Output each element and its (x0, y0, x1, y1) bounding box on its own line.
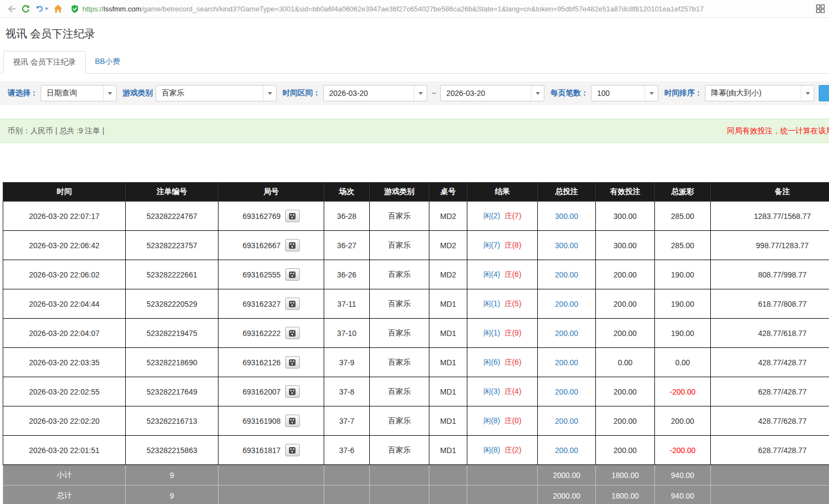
total-bet-link[interactable]: 300.00 (555, 241, 579, 250)
payout-value: 0.00 (675, 358, 690, 367)
tab-bb-tips[interactable]: BB小费 (86, 51, 130, 73)
round-replay-button[interactable] (285, 385, 300, 398)
total-bet-link[interactable]: 200.00 (555, 446, 579, 455)
table-row: 2026-03-20 22:06:42 523282223757 6931626… (3, 231, 829, 260)
cell-table-no: MD1 (429, 406, 467, 436)
cell-round: 693162769 (219, 202, 324, 231)
cell-payout: 285.00 (655, 202, 711, 231)
query-mode-value: 日期查询 (41, 88, 103, 98)
dice-icon (288, 271, 296, 279)
cell-payout: 190.00 (655, 319, 711, 348)
totals-empty (711, 486, 829, 504)
payout-value: 190.00 (671, 270, 695, 279)
address-bar[interactable]: https://lssfmm.com/game/betrecord_search… (70, 2, 825, 16)
valid-bet-notice-text: 同局有效投注，统一计算在该局 (727, 126, 829, 136)
back-button[interactable] (4, 2, 18, 16)
round-replay-button[interactable] (285, 415, 300, 427)
round-number: 693161908 (242, 417, 280, 425)
cell-table-no: MD1 (429, 348, 467, 377)
cell-session: 37-11 (324, 289, 370, 319)
cell-payout: 200.00 (655, 406, 711, 436)
cell-result: 闲(6) 庄(6) (467, 348, 538, 377)
cell-time: 2026-03-20 22:06:02 (3, 260, 126, 289)
cell-result: 闲(8) 庄(2) (467, 436, 538, 465)
chevron-down-icon (263, 86, 276, 101)
result-banker: 庄(9) (504, 328, 521, 337)
query-mode-select[interactable]: 日期查询 (41, 85, 117, 101)
total-bet-link[interactable]: 200.00 (555, 387, 579, 396)
cell-total-bet: 200.00 (538, 289, 596, 319)
cell-time: 2026-03-20 22:02:55 (3, 377, 126, 406)
cell-session: 36-27 (324, 231, 370, 260)
total-bet-link[interactable]: 200.00 (555, 270, 579, 279)
date-range-tilde: ~ (432, 89, 436, 98)
cell-table-no: MD1 (429, 319, 467, 348)
cell-session: 36-26 (324, 260, 370, 289)
round-replay-button[interactable] (285, 239, 300, 251)
cell-bet-id: 523282217649 (126, 377, 219, 406)
cell-bet-id: 523282223757 (126, 231, 219, 260)
cell-game-type: 百家乐 (370, 348, 429, 377)
cell-remark: 618.77/808.77 (711, 289, 829, 319)
total-bet-link[interactable]: 200.00 (555, 417, 579, 425)
result-player: 闲(7) (483, 241, 500, 249)
refresh-button[interactable] (18, 2, 33, 16)
search-button[interactable] (819, 85, 829, 101)
tab-bet-records[interactable]: 视讯 会员下注纪录 (3, 51, 86, 74)
cell-game-type: 百家乐 (370, 406, 429, 436)
page-size-select[interactable]: 100 (591, 85, 658, 101)
cell-total-bet: 200.00 (538, 436, 596, 465)
currency-total-text: 币别：人民币 | 总共 :9 注单 | (8, 126, 104, 136)
total-bet-link[interactable]: 200.00 (555, 300, 579, 308)
sort-order-select[interactable]: 降幂(由大到小) (705, 85, 814, 101)
result-banker: 庄(6) (504, 358, 521, 366)
cell-session: 37-7 (324, 406, 370, 436)
total-bet-link[interactable]: 200.00 (555, 358, 579, 367)
cell-total-bet: 300.00 (538, 231, 596, 260)
round-number: 693161817 (242, 446, 280, 455)
date-from-value: 2026-03-20 (324, 89, 414, 98)
home-button[interactable] (51, 2, 65, 16)
payout-value: 190.00 (671, 329, 695, 338)
result-banker: 庄(2) (504, 445, 521, 454)
round-replay-button[interactable] (285, 356, 300, 369)
cell-valid-bet: 200.00 (596, 377, 655, 406)
cell-valid-bet: 200.00 (596, 319, 655, 348)
round-replay-button[interactable] (285, 298, 300, 310)
column-header: 时间 (3, 183, 126, 202)
round-replay-button[interactable] (285, 210, 300, 222)
qr-grid-icon[interactable] (816, 4, 825, 13)
cell-result: 闲(1) 庄(9) (467, 319, 538, 348)
payout-value: 200.00 (671, 417, 695, 425)
cell-round: 693161817 (219, 436, 324, 465)
total-bet-link[interactable]: 200.00 (555, 329, 579, 338)
column-header: 局号 (219, 183, 324, 202)
table-body: 2026-03-20 22:07:17 523282224767 6931627… (3, 202, 829, 465)
tab-bar: 视讯 会员下注纪录 BB小费 (0, 51, 829, 74)
totals-label: 总计 (3, 486, 126, 504)
undo-icon (35, 4, 44, 13)
cell-payout: 0.00 (655, 348, 711, 377)
page-size-label: 每页笔数： (550, 88, 588, 98)
table-row: 2026-03-20 22:01:51 523282215863 6931618… (3, 436, 829, 465)
round-replay-button[interactable] (285, 444, 300, 456)
table-totals: 小计 9 2000.00 1800.00 940.00 总计 (3, 465, 829, 504)
refresh-icon (21, 4, 30, 14)
cell-session: 37-10 (324, 319, 370, 348)
game-type-select[interactable]: 百家乐 (156, 85, 277, 101)
cell-time: 2026-03-20 22:03:35 (3, 348, 126, 377)
cell-time: 2026-03-20 22:02:20 (3, 406, 126, 436)
url-domain: lssfmm.com (104, 5, 141, 13)
bet-records-table-wrap: 时间注单编号局号场次游戏类别桌号结果总投注有效投注总派彩备注 2026-03-2… (3, 182, 829, 504)
result-banker: 庄(6) (504, 270, 521, 279)
undo-history-caret[interactable] (44, 8, 49, 10)
round-replay-button[interactable] (285, 268, 300, 281)
round-replay-button[interactable] (285, 327, 300, 339)
date-from-select[interactable]: 2026-03-20 (323, 85, 427, 101)
result-banker: 庄(0) (504, 416, 521, 425)
totals-empty (467, 486, 538, 504)
result-banker: 庄(4) (504, 387, 521, 396)
total-bet-link[interactable]: 300.00 (555, 212, 579, 221)
date-to-select[interactable]: 2026-03-20 (440, 85, 544, 101)
undo-button[interactable] (33, 2, 51, 16)
